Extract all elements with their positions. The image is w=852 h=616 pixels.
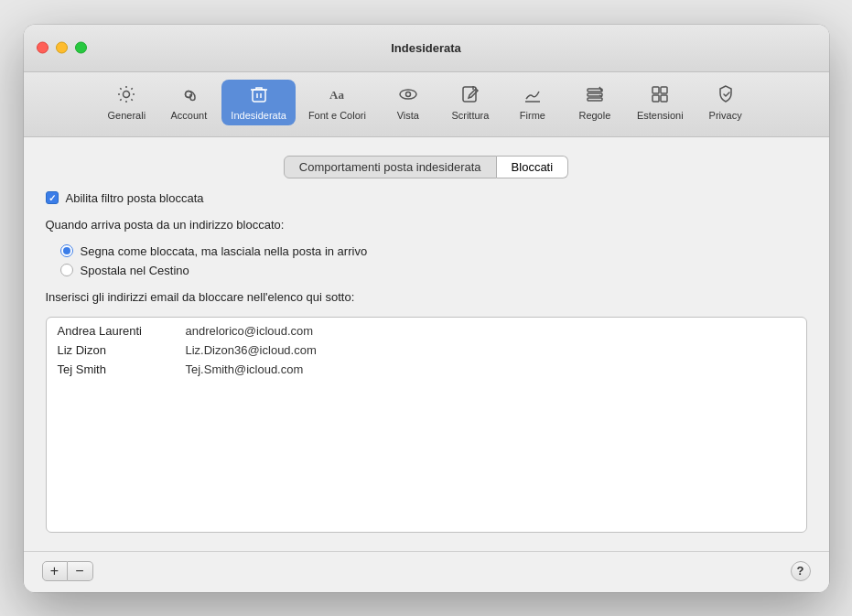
email-list[interactable]: Andrea Laurenti andrelorico@icloud.com L… — [47, 318, 806, 532]
radio-segna[interactable] — [60, 244, 73, 257]
toolbar-label-account: Account — [170, 110, 207, 121]
toolbar-label-font-e-colori: Font e Colori — [308, 110, 366, 121]
svg-text:Aa: Aa — [329, 88, 344, 102]
email-addr-2: Tej.Smith@icloud.com — [186, 362, 304, 376]
toolbar-label-vista: Vista — [397, 110, 419, 121]
content-area: Comportamenti posta indesiderata Bloccat… — [24, 137, 829, 551]
table-row: Tej Smith Tej.Smith@icloud.com — [47, 360, 806, 379]
toolbar-item-vista[interactable]: Vista — [379, 80, 437, 125]
seg-btn-bloccati[interactable]: Bloccati — [497, 156, 569, 178]
close-button[interactable] — [37, 42, 49, 54]
checkmark-icon: ✓ — [49, 193, 56, 203]
svg-rect-16 — [661, 95, 667, 102]
toolbar-label-scrittura: Scrittura — [451, 110, 489, 121]
seg-btn-comportamenti[interactable]: Comportamenti posta indesiderata — [284, 156, 497, 178]
toolbar-label-indesiderata: Indesiderata — [231, 110, 286, 121]
main-window: Indesiderata Generali Account — [24, 25, 829, 592]
toolbar-item-indesiderata[interactable]: Indesiderata — [221, 80, 296, 125]
firme-icon — [523, 84, 543, 107]
svg-rect-2 — [253, 90, 265, 102]
email-name-2: Tej Smith — [58, 362, 186, 376]
radio-label-segna: Segna come bloccata, ma lasciala nella p… — [81, 244, 368, 258]
toolbar-item-firme[interactable]: Firme — [503, 80, 562, 125]
radio-sposta[interactable] — [60, 264, 73, 276]
toolbar: Generali Account Indesiderata — [24, 72, 829, 137]
scrittura-icon — [460, 84, 480, 107]
svg-rect-13 — [652, 87, 659, 93]
svg-rect-14 — [661, 87, 667, 93]
minimize-button[interactable] — [56, 42, 68, 54]
window-controls — [37, 42, 87, 54]
toolbar-item-privacy[interactable]: Privacy — [696, 80, 755, 125]
svg-point-0 — [124, 91, 130, 97]
window-title: Indesiderata — [391, 41, 461, 55]
radio-inner-segna — [63, 247, 70, 254]
toolbar-item-generali[interactable]: Generali — [97, 80, 156, 125]
email-name-0: Andrea Laurenti — [58, 324, 186, 338]
add-button[interactable]: + — [42, 561, 68, 581]
checkbox-filtro[interactable]: ✓ — [46, 191, 59, 204]
when-blocked-label-text: Quando arriva posta da un indirizzo bloc… — [46, 218, 807, 232]
bottom-bar: + − ? — [24, 551, 829, 592]
vista-icon — [398, 84, 418, 107]
email-name-1: Liz Dizon — [58, 343, 186, 357]
radio-row-segna[interactable]: Segna come bloccata, ma lasciala nella p… — [60, 244, 807, 258]
junk-icon — [249, 84, 269, 107]
when-blocked-text: Quando arriva posta da un indirizzo bloc… — [46, 218, 285, 232]
radio-row-sposta[interactable]: Spostala nel Cestino — [60, 264, 807, 277]
toolbar-label-generali: Generali — [108, 110, 146, 121]
email-list-label: Inserisci gli indirizzi email da bloccar… — [46, 290, 807, 304]
toolbar-item-scrittura[interactable]: Scrittura — [441, 80, 500, 125]
svg-point-6 — [400, 90, 416, 99]
toolbar-item-font-e-colori[interactable]: Aa Font e Colori — [299, 80, 375, 125]
toolbar-item-estensioni[interactable]: Estensioni — [628, 80, 693, 125]
svg-rect-15 — [652, 95, 659, 102]
email-addr-0: andrelorico@icloud.com — [186, 324, 314, 338]
radio-label-sposta: Spostala nel Cestino — [81, 264, 189, 277]
remove-button[interactable]: − — [68, 561, 93, 581]
checkbox-label: Abilita filtro posta bloccata — [66, 191, 204, 205]
toolbar-label-estensioni: Estensioni — [637, 110, 684, 121]
toolbar-item-regole[interactable]: Regole — [566, 80, 624, 125]
email-list-container: Andrea Laurenti andrelorico@icloud.com L… — [46, 317, 807, 533]
toolbar-label-privacy: Privacy — [709, 110, 742, 121]
radio-group: Segna come bloccata, ma lasciala nella p… — [46, 244, 807, 277]
add-remove-group: + − — [42, 561, 93, 581]
table-row: Andrea Laurenti andrelorico@icloud.com — [47, 321, 806, 340]
toolbar-label-firme: Firme — [520, 110, 545, 121]
at-icon — [178, 84, 199, 107]
svg-rect-12 — [588, 98, 602, 101]
checkbox-row[interactable]: ✓ Abilita filtro posta bloccata — [46, 191, 807, 205]
svg-point-7 — [405, 92, 410, 96]
gear-icon — [116, 84, 136, 107]
toolbar-label-regole: Regole — [578, 110, 610, 121]
estensioni-icon — [650, 84, 670, 107]
segmented-control: Comportamenti posta indesiderata Bloccat… — [46, 156, 807, 178]
privacy-icon — [716, 84, 736, 107]
title-bar: Indesiderata — [24, 25, 829, 72]
regole-icon — [585, 84, 605, 107]
email-addr-1: Liz.Dizon36@icloud.com — [186, 343, 317, 357]
font-icon: Aa — [327, 84, 347, 107]
table-row: Liz Dizon Liz.Dizon36@icloud.com — [47, 340, 806, 360]
help-button[interactable]: ? — [791, 561, 811, 581]
toolbar-item-account[interactable]: Account — [159, 80, 218, 125]
maximize-button[interactable] — [75, 42, 87, 54]
